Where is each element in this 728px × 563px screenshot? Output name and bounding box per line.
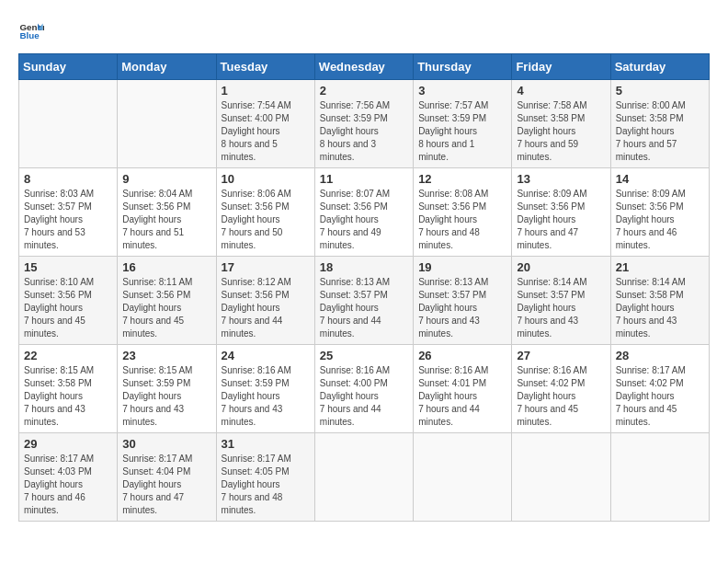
day-number: 13 — [517, 172, 605, 186]
day-number: 23 — [122, 349, 210, 362]
calendar-cell: 22Sunrise: 8:15 AMSunset: 3:58 PMDayligh… — [19, 345, 118, 433]
calendar-cell: 5Sunrise: 8:00 AMSunset: 3:58 PMDaylight… — [610, 80, 709, 168]
day-number: 14 — [616, 172, 704, 186]
calendar-cell: 4Sunrise: 7:58 AMSunset: 3:58 PMDaylight… — [512, 80, 610, 168]
day-number: 10 — [222, 172, 310, 186]
day-info: Sunrise: 8:09 AMSunset: 3:56 PMDaylight … — [517, 188, 605, 252]
calendar-table: SundayMondayTuesdayWednesdayThursdayFrid… — [18, 53, 710, 522]
calendar-cell: 26Sunrise: 8:16 AMSunset: 4:01 PMDayligh… — [414, 345, 512, 433]
day-info: Sunrise: 8:15 AMSunset: 3:58 PMDaylight … — [24, 364, 112, 429]
calendar-cell: 27Sunrise: 8:16 AMSunset: 4:02 PMDayligh… — [512, 345, 610, 433]
day-info: Sunrise: 8:16 AMSunset: 4:02 PMDaylight … — [517, 364, 605, 429]
day-info: Sunrise: 8:11 AMSunset: 3:56 PMDaylight … — [122, 276, 210, 340]
day-info: Sunrise: 8:03 AMSunset: 3:57 PMDaylight … — [24, 188, 112, 252]
calendar-cell: 30Sunrise: 8:17 AMSunset: 4:04 PMDayligh… — [118, 433, 216, 522]
calendar-cell — [19, 80, 118, 168]
calendar-week-row: 8Sunrise: 8:03 AMSunset: 3:57 PMDaylight… — [19, 168, 710, 257]
calendar-cell: 9Sunrise: 8:04 AMSunset: 3:56 PMDaylight… — [118, 168, 216, 257]
day-number: 4 — [517, 84, 605, 98]
day-info: Sunrise: 7:56 AMSunset: 3:59 PMDaylight … — [320, 99, 408, 164]
day-info: Sunrise: 8:16 AMSunset: 3:59 PMDaylight … — [222, 364, 310, 429]
day-info: Sunrise: 8:10 AMSunset: 3:56 PMDaylight … — [24, 276, 112, 340]
calendar-cell: 28Sunrise: 8:17 AMSunset: 4:02 PMDayligh… — [610, 345, 709, 433]
header-thursday: Thursday — [414, 54, 512, 80]
calendar-cell: 10Sunrise: 8:06 AMSunset: 3:56 PMDayligh… — [216, 168, 314, 257]
day-info: Sunrise: 8:17 AMSunset: 4:02 PMDaylight … — [616, 364, 704, 429]
day-number: 22 — [24, 349, 112, 362]
calendar-cell: 17Sunrise: 8:12 AMSunset: 3:56 PMDayligh… — [216, 257, 314, 345]
day-number: 27 — [517, 349, 605, 362]
calendar-week-row: 29Sunrise: 8:17 AMSunset: 4:03 PMDayligh… — [19, 433, 710, 522]
logo-icon: General Blue — [18, 18, 44, 44]
day-info: Sunrise: 8:17 AMSunset: 4:04 PMDaylight … — [122, 453, 210, 517]
calendar-cell: 11Sunrise: 8:07 AMSunset: 3:56 PMDayligh… — [314, 168, 413, 257]
calendar-cell: 14Sunrise: 8:09 AMSunset: 3:56 PMDayligh… — [610, 168, 709, 257]
day-info: Sunrise: 8:00 AMSunset: 3:58 PMDaylight … — [616, 99, 704, 164]
day-number: 31 — [222, 437, 310, 451]
day-number: 1 — [222, 84, 310, 98]
logo: General Blue — [18, 18, 48, 44]
calendar-cell: 16Sunrise: 8:11 AMSunset: 3:56 PMDayligh… — [118, 257, 216, 345]
header-monday: Monday — [118, 54, 216, 80]
day-number: 16 — [122, 260, 210, 274]
header: General Blue — [18, 18, 710, 44]
day-number: 29 — [24, 437, 112, 451]
day-number: 12 — [418, 172, 506, 186]
calendar-week-row: 22Sunrise: 8:15 AMSunset: 3:58 PMDayligh… — [19, 345, 710, 433]
day-info: Sunrise: 8:13 AMSunset: 3:57 PMDaylight … — [418, 276, 506, 340]
calendar-cell: 18Sunrise: 8:13 AMSunset: 3:57 PMDayligh… — [314, 257, 413, 345]
calendar-cell: 31Sunrise: 8:17 AMSunset: 4:05 PMDayligh… — [216, 433, 314, 522]
day-number: 9 — [122, 172, 210, 186]
calendar-week-row: 1Sunrise: 7:54 AMSunset: 4:00 PMDaylight… — [19, 80, 710, 168]
calendar-cell — [118, 80, 216, 168]
day-info: Sunrise: 7:54 AMSunset: 4:00 PMDaylight … — [222, 99, 310, 164]
calendar-cell: 12Sunrise: 8:08 AMSunset: 3:56 PMDayligh… — [414, 168, 512, 257]
day-info: Sunrise: 8:04 AMSunset: 3:56 PMDaylight … — [122, 188, 210, 252]
day-info: Sunrise: 8:14 AMSunset: 3:57 PMDaylight … — [517, 276, 605, 340]
header-tuesday: Tuesday — [216, 54, 314, 80]
day-info: Sunrise: 7:58 AMSunset: 3:58 PMDaylight … — [517, 99, 605, 164]
day-info: Sunrise: 8:07 AMSunset: 3:56 PMDaylight … — [320, 188, 408, 252]
calendar-cell — [414, 433, 512, 522]
calendar-cell: 15Sunrise: 8:10 AMSunset: 3:56 PMDayligh… — [19, 257, 118, 345]
day-number: 28 — [616, 349, 704, 362]
day-number: 24 — [222, 349, 310, 362]
calendar-cell: 19Sunrise: 8:13 AMSunset: 3:57 PMDayligh… — [414, 257, 512, 345]
calendar-cell: 1Sunrise: 7:54 AMSunset: 4:00 PMDaylight… — [216, 80, 314, 168]
day-number: 2 — [320, 84, 408, 98]
day-info: Sunrise: 7:57 AMSunset: 3:59 PMDaylight … — [418, 99, 506, 164]
calendar-cell: 24Sunrise: 8:16 AMSunset: 3:59 PMDayligh… — [216, 345, 314, 433]
header-saturday: Saturday — [610, 54, 709, 80]
day-info: Sunrise: 8:14 AMSunset: 3:58 PMDaylight … — [616, 276, 704, 340]
day-info: Sunrise: 8:06 AMSunset: 3:56 PMDaylight … — [222, 188, 310, 252]
day-number: 8 — [24, 172, 112, 186]
day-number: 26 — [418, 349, 506, 362]
day-number: 19 — [418, 260, 506, 274]
day-info: Sunrise: 8:17 AMSunset: 4:03 PMDaylight … — [24, 453, 112, 517]
day-number: 30 — [122, 437, 210, 451]
calendar-week-row: 15Sunrise: 8:10 AMSunset: 3:56 PMDayligh… — [19, 257, 710, 345]
day-info: Sunrise: 8:16 AMSunset: 4:01 PMDaylight … — [418, 364, 506, 429]
header-wednesday: Wednesday — [314, 54, 413, 80]
calendar-cell: 25Sunrise: 8:16 AMSunset: 4:00 PMDayligh… — [314, 345, 413, 433]
calendar-cell: 2Sunrise: 7:56 AMSunset: 3:59 PMDaylight… — [314, 80, 413, 168]
day-number: 17 — [222, 260, 310, 274]
day-info: Sunrise: 8:17 AMSunset: 4:05 PMDaylight … — [222, 453, 310, 517]
day-number: 21 — [616, 260, 704, 274]
calendar-cell: 29Sunrise: 8:17 AMSunset: 4:03 PMDayligh… — [19, 433, 118, 522]
calendar-cell: 21Sunrise: 8:14 AMSunset: 3:58 PMDayligh… — [610, 257, 709, 345]
calendar-cell: 20Sunrise: 8:14 AMSunset: 3:57 PMDayligh… — [512, 257, 610, 345]
day-info: Sunrise: 8:12 AMSunset: 3:56 PMDaylight … — [222, 276, 310, 340]
header-friday: Friday — [512, 54, 610, 80]
day-number: 25 — [320, 349, 408, 362]
calendar-cell: 23Sunrise: 8:15 AMSunset: 3:59 PMDayligh… — [118, 345, 216, 433]
day-info: Sunrise: 8:08 AMSunset: 3:56 PMDaylight … — [418, 188, 506, 252]
calendar-cell — [610, 433, 709, 522]
day-number: 11 — [320, 172, 408, 186]
day-number: 15 — [24, 260, 112, 274]
day-number: 5 — [616, 84, 704, 98]
day-number: 20 — [517, 260, 605, 274]
day-number: 3 — [418, 84, 506, 98]
calendar-cell: 3Sunrise: 7:57 AMSunset: 3:59 PMDaylight… — [414, 80, 512, 168]
day-number: 18 — [320, 260, 408, 274]
